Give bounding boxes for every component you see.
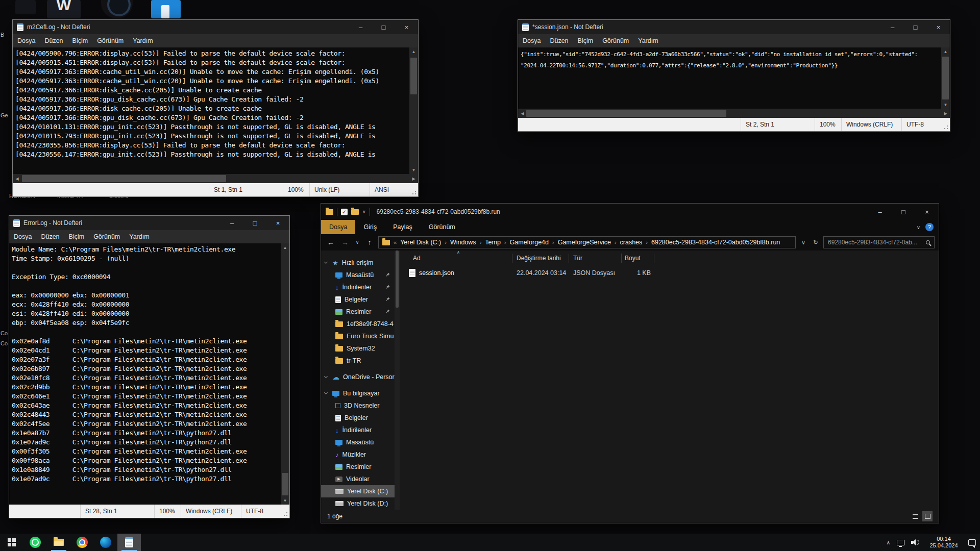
network-icon[interactable] xyxy=(897,540,904,545)
details-view-button[interactable] xyxy=(910,511,920,521)
scrollbar-thumb[interactable] xyxy=(396,251,399,308)
sidebar-item-masaustu[interactable]: Masaüstü xyxy=(321,436,395,448)
sidebar-section-this-pc[interactable]: Bu bilgisayar xyxy=(321,387,395,399)
action-center-icon[interactable] xyxy=(968,539,976,546)
text-editor-area[interactable]: [0424/005900.796:ERROR:display.cc(53)] F… xyxy=(13,47,409,174)
large-icons-view-button[interactable] xyxy=(922,511,933,521)
help-button[interactable]: ? xyxy=(925,223,934,231)
desktop-icon-label-fragment[interactable]: Ge xyxy=(1,112,8,118)
menu-bicim[interactable]: Biçim xyxy=(64,233,89,240)
sidebar-item-belgeler[interactable]: Belgeler xyxy=(321,293,395,306)
taskbar-clock[interactable]: 00:14 25.04.2024 xyxy=(926,536,962,549)
desktop-icon-game-logo[interactable]: W xyxy=(47,0,81,18)
vertical-scrollbar[interactable]: ▲ ▼ xyxy=(281,243,289,505)
scroll-down-icon[interactable]: ▼ xyxy=(941,101,950,109)
column-header-ad[interactable]: Ad xyxy=(400,254,512,263)
sidebar-scrollbar[interactable] xyxy=(395,251,400,510)
horizontal-scrollbar[interactable]: ◀ ▶ xyxy=(13,174,418,183)
folder-icon[interactable] xyxy=(326,209,333,215)
show-hidden-icons-chevron-icon[interactable]: ∧ xyxy=(887,540,890,545)
scrollbar-thumb[interactable] xyxy=(410,58,417,94)
scroll-left-icon[interactable]: ◀ xyxy=(518,109,527,118)
scroll-right-icon[interactable]: ▶ xyxy=(941,109,950,118)
resize-grip[interactable] xyxy=(415,193,416,194)
column-header-tur[interactable]: Tür xyxy=(569,254,622,263)
menu-yardim[interactable]: Yardım xyxy=(633,37,663,44)
scroll-up-icon[interactable]: ▲ xyxy=(941,47,950,56)
resize-grip[interactable] xyxy=(286,515,287,516)
menu-dosya[interactable]: Dosya xyxy=(13,37,40,44)
volume-icon[interactable] xyxy=(911,539,919,545)
close-button[interactable]: × xyxy=(395,20,418,34)
scroll-up-icon[interactable]: ▲ xyxy=(409,47,418,56)
start-button[interactable] xyxy=(0,534,23,551)
menu-duzen[interactable]: Düzen xyxy=(545,37,573,44)
titlebar[interactable]: ErrorLog - Not Defteri – □ × xyxy=(9,216,289,230)
sidebar-item-videolar[interactable]: ▶ Videolar xyxy=(321,473,395,485)
tab-dosya[interactable]: Dosya xyxy=(321,220,355,234)
breadcrumb-segment[interactable]: crashes xyxy=(620,239,643,246)
sidebar-item-belgeler[interactable]: Belgeler xyxy=(321,412,395,424)
desktop-icon-round[interactable] xyxy=(101,0,133,18)
close-button[interactable]: × xyxy=(915,204,939,220)
horizontal-scrollbar[interactable]: ◀ ▶ xyxy=(518,109,950,118)
menu-bicim[interactable]: Biçim xyxy=(68,37,93,44)
back-button[interactable]: ← xyxy=(325,238,336,246)
menu-yardim[interactable]: Yardım xyxy=(128,37,157,44)
sidebar-item-indirilenler[interactable]: ↓ İndirilenler xyxy=(321,424,395,436)
scrollbar-thumb[interactable] xyxy=(282,473,288,495)
menu-gorunum[interactable]: Görünüm xyxy=(89,233,125,240)
customize-toolbar-chevron-icon[interactable]: ∨ xyxy=(362,209,366,214)
expand-ribbon-chevron-icon[interactable]: ∨ xyxy=(917,224,920,230)
properties-check-icon[interactable]: ✓ xyxy=(341,209,348,215)
desktop-icon-label-fragment[interactable]: Co xyxy=(1,340,8,346)
scroll-up-icon[interactable]: ▲ xyxy=(281,243,289,252)
maximize-button[interactable]: □ xyxy=(372,20,395,34)
recent-locations-chevron-icon[interactable]: ∨ xyxy=(354,240,361,245)
scrollbar-thumb[interactable] xyxy=(526,110,726,117)
address-dropdown-chevron-icon[interactable]: ∨ xyxy=(799,239,808,246)
minimize-button[interactable]: – xyxy=(881,20,904,34)
text-editor-area[interactable]: {"init":true,"sid":"7452d932-c642-4fd3-a… xyxy=(518,47,941,109)
scrollbar-thumb[interactable] xyxy=(942,57,949,99)
titlebar[interactable]: m2CefLog - Not Defteri – □ × xyxy=(13,20,418,34)
resize-grip[interactable] xyxy=(947,128,948,129)
titlebar[interactable]: ✓ ∨ 69280ec5-2983-4834-cf72-0abd0529bf8b… xyxy=(321,204,939,220)
menu-dosya[interactable]: Dosya xyxy=(9,233,36,240)
sidebar-item-resimler[interactable]: Resimler xyxy=(321,306,395,318)
scroll-left-icon[interactable]: ◀ xyxy=(13,174,21,183)
tab-paylas[interactable]: Paylaş xyxy=(385,220,421,234)
maximize-button[interactable]: □ xyxy=(243,216,266,230)
scroll-down-icon[interactable]: ▼ xyxy=(281,496,289,505)
column-header-degistirme-tarihi[interactable]: Değiştirme tarihi xyxy=(512,254,569,263)
sidebar-item-folder[interactable]: Euro Truck Simu xyxy=(321,330,395,342)
sidebar-item-folder[interactable]: System32 xyxy=(321,342,395,355)
sidebar-item-yerel-disk-d[interactable]: Yerel Disk (D:) xyxy=(321,497,395,510)
breadcrumb-segment[interactable]: Gameforge4d xyxy=(510,239,549,246)
minimize-button[interactable]: – xyxy=(220,216,243,230)
sidebar-item-resimler[interactable]: Resimler xyxy=(321,461,395,473)
search-icon[interactable] xyxy=(926,240,930,244)
tab-gorunum[interactable]: Görünüm xyxy=(421,220,463,234)
sidebar-item-folder[interactable]: tr-TR xyxy=(321,355,395,367)
desktop-icon-partial[interactable] xyxy=(15,0,36,14)
taskbar-edge-button[interactable] xyxy=(94,534,117,551)
breadcrumb-segment[interactable]: Windows xyxy=(450,239,476,246)
close-button[interactable]: × xyxy=(927,20,950,34)
taskbar-explorer-button[interactable] xyxy=(47,534,70,551)
menu-duzen[interactable]: Düzen xyxy=(36,233,64,240)
sidebar-item-yerel-disk-c[interactable]: Yerel Disk (C:) xyxy=(321,485,395,497)
scroll-right-icon[interactable]: ▶ xyxy=(409,174,418,183)
menu-bicim[interactable]: Biçim xyxy=(573,37,598,44)
desktop-icon-blue[interactable] xyxy=(151,0,181,18)
scrollbar-thumb[interactable] xyxy=(22,175,226,182)
sidebar-item-folder[interactable]: 1ef38e9f-8748-4 xyxy=(321,318,395,330)
maximize-button[interactable]: □ xyxy=(904,20,927,34)
menu-gorunum[interactable]: Görünüm xyxy=(598,37,633,44)
menu-dosya[interactable]: Dosya xyxy=(518,37,545,44)
sidebar-item-3d-nesneler[interactable]: 3D Nesneler xyxy=(321,399,395,412)
desktop-icon-label-fragment[interactable]: B xyxy=(1,32,4,38)
chevron-down-icon[interactable] xyxy=(324,260,328,264)
minimize-button[interactable]: – xyxy=(349,20,372,34)
scroll-down-icon[interactable]: ▼ xyxy=(409,166,418,174)
